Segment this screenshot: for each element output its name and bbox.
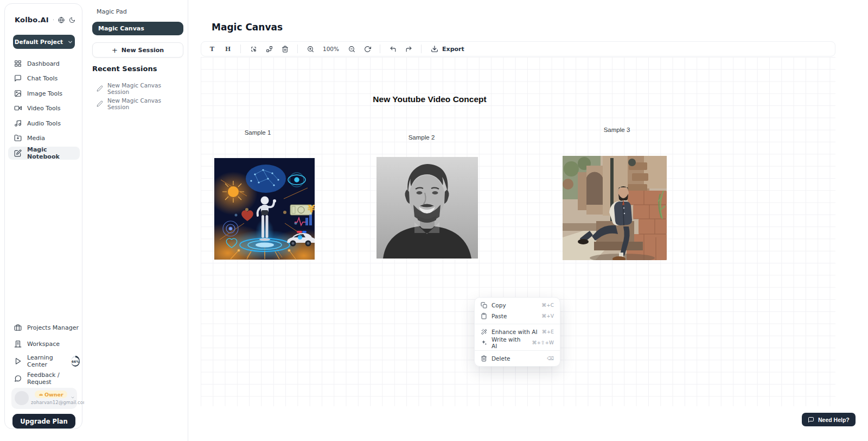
sidebar-item-label: Magic Notebook — [27, 146, 80, 160]
user-account-card[interactable]: Owner zoharvan12@gmail.com — [11, 388, 77, 409]
upgrade-plan-button[interactable]: Upgrade Plan — [12, 414, 75, 429]
sidebar-item-feedback-request[interactable]: Feedback / Request — [8, 372, 80, 385]
menu-item-shortcut: ⌘+⇧+W — [532, 340, 554, 345]
redo-button[interactable] — [402, 43, 415, 55]
owner-badge-label: Owner — [44, 392, 63, 398]
sample-image-1-ai-robot[interactable]: ¥ — [214, 158, 315, 260]
dashboard-grid-icon — [14, 60, 22, 67]
avatar — [15, 391, 29, 405]
context-menu-item-write-with-ai[interactable]: Write with AI ⌘+⇧+W — [475, 337, 560, 348]
brain-head-logo-icon — [53, 15, 54, 24]
learning-progress-ring: 66% — [71, 356, 80, 367]
media-folder-icon — [14, 134, 22, 142]
toolbar-divider — [421, 45, 422, 53]
recent-session-item[interactable]: New Magic Canvas Session — [97, 82, 183, 95]
building-icon — [14, 340, 22, 348]
rotate-reset-icon — [364, 46, 371, 53]
sidebar: Kolbo.AI Default Project Dashboard Chat … — [4, 3, 82, 429]
context-menu-item-delete[interactable]: Delete ⌫ — [475, 353, 560, 364]
menu-item-shortcut: ⌘+C — [541, 303, 554, 308]
menu-item-label: Paste — [492, 313, 537, 319]
sample-1-label[interactable]: Sample 1 — [245, 129, 271, 136]
sample-image-2-bw-portrait[interactable] — [376, 157, 478, 259]
zoom-out-icon — [348, 46, 355, 53]
reset-view-button[interactable] — [361, 43, 374, 55]
download-icon — [431, 45, 438, 53]
pencil-icon — [97, 100, 103, 107]
sessions-panel: Magic Pad Magic Canvas + New Session Rec… — [84, 0, 188, 441]
app-logo: Kolbo.AI — [15, 16, 49, 24]
context-menu: Copy ⌘+C Paste ⌘+V Enhance with AI ⌘+E W… — [474, 297, 560, 367]
export-label: Export — [442, 46, 464, 53]
text-tool-button[interactable]: T — [206, 43, 219, 55]
menu-item-shortcut: ⌘+E — [542, 329, 554, 335]
select-tool-button[interactable] — [247, 43, 260, 55]
undo-icon — [390, 46, 397, 53]
nav-item-magic-canvas[interactable]: Magic Canvas — [92, 22, 183, 35]
zoom-out-button[interactable] — [345, 43, 358, 55]
sidebar-item-dashboard[interactable]: Dashboard — [8, 57, 80, 70]
sidebar-item-workspace[interactable]: Workspace — [8, 337, 80, 350]
new-session-label: New Session — [122, 47, 164, 54]
undo-button[interactable] — [386, 43, 399, 55]
context-menu-item-enhance-with-ai[interactable]: Enhance with AI ⌘+E — [475, 326, 560, 337]
page-title: Magic Canvas — [212, 22, 283, 33]
sidebar-item-chat-tools[interactable]: Chat Tools — [8, 72, 80, 85]
sample-3-label[interactable]: Sample 3 — [604, 127, 630, 133]
toolbar-divider — [380, 45, 380, 53]
play-icon — [14, 357, 22, 365]
canvas-title-text[interactable]: New Youtube Video Concept — [373, 94, 486, 104]
new-session-button[interactable]: + New Session — [92, 42, 183, 58]
sidebar-item-media[interactable]: Media — [8, 131, 80, 144]
sidebar-item-image-tools[interactable]: Image Tools — [8, 87, 80, 100]
delete-tool-button[interactable] — [278, 43, 291, 55]
sidebar-item-projects-manager[interactable]: Projects Manager — [8, 321, 80, 334]
context-menu-item-copy[interactable]: Copy ⌘+C — [475, 300, 560, 311]
feedback-chat-icon — [14, 375, 22, 382]
menu-item-shortcut: ⌘+V — [541, 313, 554, 319]
chevron-down-icon — [71, 395, 75, 400]
sidebar-item-label: Audio Tools — [27, 120, 61, 127]
menu-item-shortcut: ⌫ — [547, 356, 554, 361]
recent-session-item[interactable]: New Magic Canvas Session — [97, 97, 183, 110]
canvas-toolbar: T H 100% Export — [201, 41, 835, 56]
trash-icon — [282, 46, 289, 53]
nav-item-magic-pad[interactable]: Magic Pad — [97, 8, 127, 15]
session-item-label: New Magic Canvas Session — [107, 97, 183, 110]
sidebar-item-magic-notebook[interactable]: Magic Notebook — [8, 147, 80, 160]
chat-bubble-icon — [14, 74, 22, 82]
magic-canvas-workspace[interactable]: New Youtube Video Concept Sample 1 Sampl… — [201, 57, 835, 406]
clipboard-icon — [481, 313, 487, 319]
heading-tool-glyph: H — [225, 45, 231, 53]
flowchart-icon — [266, 46, 273, 53]
image-icon — [14, 90, 22, 97]
learning-progress-value: 66% — [71, 357, 79, 366]
sidebar-item-label: Chat Tools — [27, 75, 58, 82]
pencil-icon — [97, 85, 103, 92]
heading-tool-button[interactable]: H — [221, 43, 234, 55]
project-selector-label: Default Project — [15, 39, 63, 45]
export-button[interactable]: Export — [427, 45, 468, 53]
dark-mode-moon-icon[interactable] — [69, 17, 75, 23]
sidebar-item-label: Image Tools — [27, 90, 62, 97]
zoom-in-button[interactable] — [304, 43, 317, 55]
sample-2-label[interactable]: Sample 2 — [409, 134, 435, 141]
sidebar-item-label: Media — [27, 135, 45, 142]
sidebar-item-learning-center[interactable]: Learning Center 66% — [8, 355, 80, 368]
briefcase-icon — [14, 324, 22, 331]
redo-icon — [405, 46, 412, 53]
language-globe-icon[interactable] — [58, 17, 65, 23]
zoom-in-icon — [307, 46, 314, 53]
svg-text:¥: ¥ — [308, 202, 315, 215]
sidebar-item-label: Learning Center — [27, 354, 66, 368]
sample-image-3-man-on-ruins[interactable] — [563, 156, 667, 260]
need-help-button[interactable]: Need Help? — [802, 413, 856, 426]
session-item-label: New Magic Canvas Session — [107, 82, 183, 95]
sidebar-item-audio-tools[interactable]: Audio Tools — [8, 117, 80, 130]
sidebar-item-label: Workspace — [27, 341, 60, 348]
project-selector[interactable]: Default Project — [13, 35, 75, 49]
toolbar-divider — [297, 45, 298, 53]
context-menu-item-paste[interactable]: Paste ⌘+V — [475, 311, 560, 322]
connector-tool-button[interactable] — [263, 43, 276, 55]
sidebar-item-video-tools[interactable]: Video Tools — [8, 102, 80, 115]
